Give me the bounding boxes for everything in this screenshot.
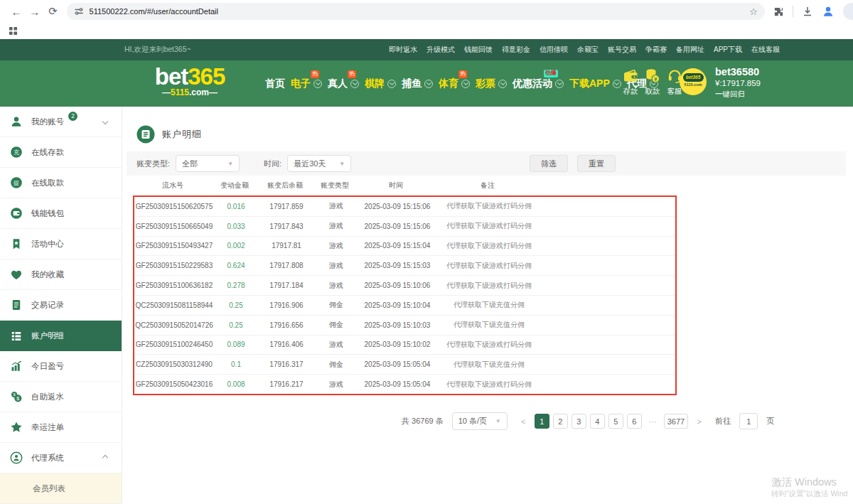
cell-amount: 0.624	[214, 262, 258, 269]
pagination-page-4[interactable]: 4	[590, 414, 605, 429]
type-filter-select[interactable]: 全部 ▼	[176, 155, 240, 172]
deposit-label: 存款	[623, 87, 638, 97]
chevron-down-icon: ▼	[495, 418, 501, 424]
table-row[interactable]: GF250309151502295830.62417917.808游戏2025-…	[134, 256, 675, 276]
topbar-link[interactable]: APP下载	[714, 45, 742, 55]
topbar-link[interactable]: 备用网址	[676, 45, 704, 55]
pagination-page-1[interactable]: 1	[535, 414, 549, 429]
svg-text:充: 充	[14, 149, 20, 156]
sidebar-item-lucky-bets[interactable]: 幸运注单	[0, 412, 122, 443]
svg-text:$: $	[16, 395, 19, 402]
topbar-link[interactable]: 即时返水	[389, 45, 417, 55]
topbar-link[interactable]: 信用借呗	[540, 45, 568, 55]
column-header: 时间	[356, 181, 436, 191]
page-title: 账户明细	[162, 128, 202, 141]
per-page-select[interactable]: 10 条/页 ▼	[452, 412, 508, 430]
nav-item-chess[interactable]: 棋牌	[365, 77, 396, 90]
reset-button[interactable]: 重置	[577, 155, 616, 172]
back-icon[interactable]: ←	[7, 6, 26, 18]
nav-item-lottery[interactable]: 彩票	[476, 77, 507, 90]
forward-icon[interactable]: →	[26, 6, 44, 18]
table-row[interactable]: CZ250309150303124900.117916.317佣金2025-03…	[134, 355, 675, 375]
topbar-link[interactable]: 账号交易	[608, 45, 636, 55]
sidebar-item-online-deposit[interactable]: 充在线存款	[0, 137, 122, 168]
address-bar[interactable]: 511500222.com/#/user/accountDetail ☆	[67, 3, 765, 20]
topbar-link[interactable]: 余额宝	[577, 45, 599, 55]
nav-item-sports[interactable]: 体育热	[439, 77, 470, 90]
sidebar-item-label: 在线存款	[31, 147, 64, 158]
wallet-icon	[10, 207, 23, 220]
table-row[interactable]: GF250309151002464500.08917916.406游戏2025-…	[134, 336, 675, 355]
pagination-next-button[interactable]: >	[692, 414, 707, 429]
sidebar-item-online-withdraw[interactable]: 提在线取款	[0, 168, 122, 198]
topbar-link[interactable]: 钱能回馈	[464, 45, 493, 55]
url-text[interactable]: 511500222.com/#/user/accountDetail	[90, 7, 218, 16]
reload-icon[interactable]: ⟳	[44, 5, 63, 18]
chevron-down-icon	[498, 80, 507, 88]
cell-balance: 17916.656	[258, 321, 315, 329]
user-logo-badge[interactable]: bet365 5115.com	[680, 68, 707, 95]
browser-menu-partial[interactable]	[843, 3, 853, 20]
cell-remark: 代理获取下级游戏打码分佣	[437, 340, 541, 350]
sidebar-item-member-list[interactable]: 会员列表	[0, 473, 122, 504]
site-logo[interactable]: bet365 —5115.com—	[141, 65, 239, 97]
table-row[interactable]: GF250309151006361820.27817917.184游戏2025-…	[134, 276, 675, 296]
sidebar-item-my-favorites[interactable]: 我的收藏	[0, 259, 122, 290]
pagination-prev-button[interactable]: <	[516, 414, 531, 429]
filter-button[interactable]: 筛选	[530, 155, 568, 172]
sidebar-item-today-profit[interactable]: 今日盈亏	[0, 351, 122, 382]
topbar-link[interactable]: 在线客服	[751, 45, 780, 55]
cell-balance: 17916.906	[258, 301, 315, 309]
sidebar-item-activity-center[interactable]: 活动中心	[0, 229, 122, 259]
pagination-page-5[interactable]: 5	[608, 414, 623, 429]
pagination-page-3[interactable]: 3	[572, 414, 586, 429]
table-row[interactable]: QC250309150520147260.2517916.656佣金2025-0…	[134, 316, 675, 336]
profile-avatar-icon[interactable]	[822, 5, 835, 18]
nav-item-download-app[interactable]: 下载APP	[569, 77, 621, 90]
sidebar-item-label: 钱能钱包	[31, 208, 64, 219]
goto-page-input[interactable]	[739, 413, 758, 429]
nav-item-egames[interactable]: 电子热	[291, 77, 322, 90]
hot-badge: 热	[311, 70, 319, 78]
table-row[interactable]: GF250309151506650490.03317917.843游戏2025-…	[134, 217, 675, 237]
deposit-quick-button[interactable]: 存款	[622, 68, 639, 97]
nav-item-promotions[interactable]: 优惠活动劲爆	[513, 77, 564, 90]
quick-actions: 存款¥取款客服	[622, 68, 683, 97]
cell-balance: 17916.317	[258, 360, 315, 368]
bookmark-star-icon[interactable]: ☆	[749, 6, 758, 17]
apps-grid-icon[interactable]	[9, 26, 18, 36]
sidebar-item-agent-system[interactable]: 代理系统	[0, 443, 122, 473]
download-icon[interactable]	[802, 6, 813, 17]
total-count-text: 共 36769 条	[402, 416, 444, 427]
pagination-page-3677[interactable]: 3677	[664, 414, 688, 429]
cell-no: GF25030915150493427	[134, 242, 214, 250]
cell-type: 游戏	[315, 241, 358, 251]
site-info-icon[interactable]	[74, 6, 84, 16]
one-key-return-link[interactable]: 一键回归	[715, 89, 761, 100]
topbar-link[interactable]: 争霸赛	[645, 45, 667, 55]
svg-text:提: 提	[14, 180, 19, 186]
topbar-link[interactable]: 得意彩金	[502, 45, 530, 55]
nav-item-live[interactable]: 真人热	[328, 77, 359, 90]
sidebar-item-account-detail[interactable]: 账户明细	[0, 321, 122, 351]
table-row[interactable]: QC250309150811589440.2517916.906佣金2025-0…	[134, 296, 675, 316]
nav-item-fishing[interactable]: 捕鱼	[402, 77, 433, 90]
cell-time: 2025-03-09 15:15:03	[358, 262, 437, 269]
table-row[interactable]: GF250309151504934270.00217917.81游戏2025-0…	[134, 237, 675, 257]
extensions-icon[interactable]	[773, 6, 784, 17]
sidebar-item-self-rebate[interactable]: $$自助返水	[0, 382, 122, 412]
sidebar-item-label: 幸运注单	[31, 422, 64, 433]
table-row[interactable]: GF250309151506205750.01617917.859游戏2025-…	[134, 197, 675, 217]
nav-item-home[interactable]: 首页	[265, 77, 285, 90]
pagination-page-6[interactable]: 6	[627, 414, 642, 429]
topbar-link[interactable]: 升级模式	[426, 45, 455, 55]
sidebar-item-transaction-records[interactable]: 交易记录	[0, 290, 122, 321]
cell-remark: 代理获取下级游戏打码分佣	[437, 380, 541, 390]
pagination-page-2[interactable]: 2	[553, 414, 568, 429]
pagination-ellipsis[interactable]: ···	[645, 414, 660, 429]
table-row[interactable]: GF250309150504230160.00817916.217游戏2025-…	[134, 375, 675, 394]
sidebar-item-my-account[interactable]: 我的账号2	[0, 107, 122, 137]
time-filter-select[interactable]: 最近30天 ▼	[287, 155, 351, 172]
sidebar-item-qianneng-wallet[interactable]: 钱能钱包	[0, 198, 122, 229]
withdraw-quick-button[interactable]: ¥取款	[644, 68, 661, 97]
